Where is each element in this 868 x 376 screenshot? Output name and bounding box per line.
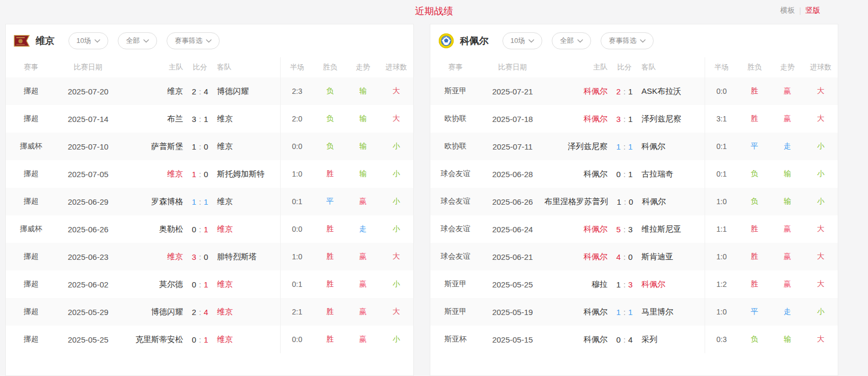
scope-dropdown[interactable]: 全部 xyxy=(552,32,591,49)
home-score: 5 xyxy=(617,225,621,234)
away-team: 斯托姆加斯特 xyxy=(217,169,280,179)
table-body: 挪超 2025-07-20 维京 2:4 博德闪耀 2:3 负 输 大 挪超 2… xyxy=(6,77,413,353)
league-cell: 挪超 xyxy=(6,326,56,353)
score-separator: : xyxy=(196,115,204,124)
away-team: 维京 xyxy=(217,307,280,317)
score-separator: : xyxy=(196,225,204,234)
home-score: 2 xyxy=(617,87,621,96)
home-score: 3 xyxy=(192,252,196,261)
result-cell: 负 xyxy=(738,326,771,353)
goals-cell: 小 xyxy=(379,270,413,298)
half-score-cell: 3:1 xyxy=(705,105,738,133)
scope-label: 全部 xyxy=(126,36,140,46)
team-panel: 维京 10场 全部 赛事筛选 赛事 比赛日期 主队 比分 客队 半场 xyxy=(5,24,414,376)
match-count-dropdown[interactable]: 10场 xyxy=(502,32,542,49)
home-team: 萨普斯堡 xyxy=(120,142,183,152)
score: 1:3 xyxy=(607,280,641,289)
league-cell: 斯亚杯 xyxy=(430,326,481,353)
trend-cell: 赢 xyxy=(346,326,379,353)
match-cell: 科佩尔 3:1 泽列兹尼察 xyxy=(544,105,705,133)
league-cell: 挪超 xyxy=(6,105,56,133)
result-cell: 负 xyxy=(314,77,346,105)
away-team: 腓特烈斯塔 xyxy=(217,252,280,262)
goals-cell: 大 xyxy=(379,77,413,105)
event-filter-dropdown[interactable]: 赛事筛选 xyxy=(167,32,220,49)
panel-header: 科佩尔 10场 全部 赛事筛选 xyxy=(430,24,838,57)
col-header-away: 客队 xyxy=(217,63,280,72)
goals-cell: 大 xyxy=(804,77,838,105)
result-cell: 负 xyxy=(738,188,771,215)
match-cell: 莫尔德 0:1 维京 xyxy=(120,270,280,298)
match-row: 挪超 2025-06-23 维京 3:0 腓特烈斯塔 1:0 胜 赢 大 xyxy=(6,243,413,270)
score: 1:1 xyxy=(607,142,641,151)
scope-dropdown[interactable]: 全部 xyxy=(118,32,157,49)
result-cell: 胜 xyxy=(738,243,771,270)
layout-mode-switch: 横板 | 竖版 xyxy=(780,6,820,15)
trend-cell: 赢 xyxy=(346,270,379,298)
trend-cell: 赢 xyxy=(771,77,804,105)
trend-cell: 赢 xyxy=(346,188,379,215)
match-cell: 科佩尔 0:1 古拉瑞奇 xyxy=(544,160,705,188)
col-header-score: 比分 xyxy=(607,63,641,72)
top-bar: 近期战绩 横板 | 竖版 xyxy=(0,0,868,23)
scope-label: 全部 xyxy=(560,36,574,46)
score-separator: : xyxy=(196,280,204,289)
score: 0:1 xyxy=(183,280,217,289)
team-panel: 科佩尔 10场 全部 赛事筛选 赛事 比赛日期 主队 比分 客队 半场 xyxy=(430,24,838,376)
match-cell: 布兰 3:1 维京 xyxy=(120,105,280,133)
table-header-row: 赛事 比赛日期 主队 比分 客队 半场 胜负 走势 进球数 xyxy=(6,57,413,77)
event-filter-label: 赛事筛选 xyxy=(175,36,202,46)
goals-cell: 小 xyxy=(379,133,413,160)
match-count-label: 10场 xyxy=(76,36,91,46)
result-cell: 胜 xyxy=(314,270,346,298)
home-score: 3 xyxy=(192,115,196,124)
home-team: 布兰 xyxy=(120,114,183,124)
score-separator: : xyxy=(196,170,204,179)
match-row: 挪超 2025-05-25 克里斯蒂安松 0:1 维京 0:0 胜 赢 小 xyxy=(6,326,413,353)
match-cell: 维京 1:0 斯托姆加斯特 xyxy=(120,160,280,188)
col-header-half: 半场 xyxy=(280,57,314,77)
score: 2:1 xyxy=(607,87,641,96)
chevron-down-icon xyxy=(640,39,646,43)
chevron-down-icon xyxy=(528,39,534,43)
match-cell: 布里涅格罗苏普列 1:0 科佩尔 xyxy=(544,188,705,215)
league-cell: 球会友谊 xyxy=(430,160,481,188)
event-filter-dropdown[interactable]: 赛事筛选 xyxy=(601,32,654,49)
mode-separator: | xyxy=(799,6,801,15)
date-cell: 2025-06-29 xyxy=(56,188,120,215)
date-cell: 2025-06-21 xyxy=(481,243,544,270)
date-cell: 2025-05-25 xyxy=(56,326,120,353)
goals-cell: 大 xyxy=(379,243,413,270)
result-cell: 平 xyxy=(738,298,771,326)
score: 1:1 xyxy=(607,308,641,317)
panel-header: 维京 10场 全部 赛事筛选 xyxy=(6,24,413,57)
date-cell: 2025-06-26 xyxy=(481,188,544,215)
result-cell: 胜 xyxy=(314,298,346,326)
score: 3:1 xyxy=(183,115,217,124)
trend-cell: 赢 xyxy=(771,243,804,270)
col-header-result: 胜负 xyxy=(738,57,771,77)
half-score-cell: 1:0 xyxy=(280,243,314,270)
col-header-date: 比赛日期 xyxy=(56,57,120,77)
half-score-cell: 1:0 xyxy=(705,243,738,270)
match-count-dropdown[interactable]: 10场 xyxy=(68,32,108,49)
mode-horizontal-link[interactable]: 横板 xyxy=(780,6,795,15)
score: 4:0 xyxy=(607,252,641,261)
away-score: 1 xyxy=(628,142,632,151)
league-cell: 挪超 xyxy=(6,77,56,105)
col-header-date: 比赛日期 xyxy=(481,57,544,77)
league-cell: 挪超 xyxy=(6,160,56,188)
score-separator: : xyxy=(196,335,204,344)
match-row: 斯亚杯 2025-05-15 科佩尔 0:4 采列 0:3 负 输 大 xyxy=(430,326,838,353)
away-team: 维京 xyxy=(217,335,280,345)
match-cell: 博德闪耀 2:4 维京 xyxy=(120,298,280,326)
league-cell: 欧协联 xyxy=(430,105,481,133)
viking-team-logo xyxy=(13,34,30,48)
mode-vertical-link[interactable]: 竖版 xyxy=(805,6,820,15)
home-team: 克里斯蒂安松 xyxy=(120,335,183,345)
match-row: 挪超 2025-06-02 莫尔德 0:1 维京 0:1 胜 赢 小 xyxy=(6,270,413,298)
away-score: 0 xyxy=(204,142,208,151)
score: 5:3 xyxy=(607,225,641,234)
away-team: 古拉瑞奇 xyxy=(641,169,705,179)
half-score-cell: 0:0 xyxy=(280,326,314,353)
